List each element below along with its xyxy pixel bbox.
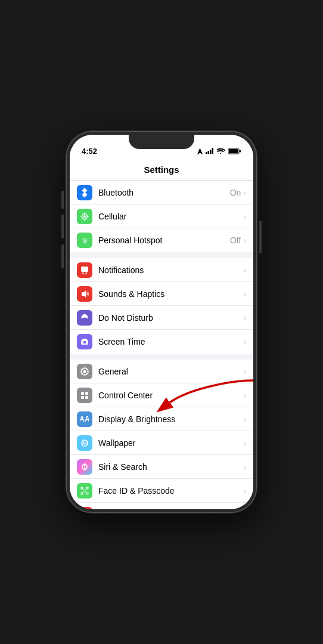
sounds-label: Sounds & Haptics	[98, 289, 243, 299]
controlcenter-chevron: ›	[243, 391, 246, 400]
dnd-chevron: ›	[243, 313, 246, 323]
power-button[interactable]	[259, 221, 262, 253]
sounds-icon-wrap	[77, 286, 92, 302]
settings-row-display[interactable]: AA Display & Brightness ›	[70, 407, 253, 431]
svg-point-8	[83, 215, 86, 218]
screentime-chevron: ›	[243, 337, 246, 346]
siri-label: Siri & Search	[98, 462, 243, 472]
settings-row-screentime[interactable]: Screen Time ›	[70, 330, 253, 354]
settings-row-notifications[interactable]: Notifications ›	[70, 258, 253, 282]
screentime-label: Screen Time	[98, 337, 243, 346]
notch	[129, 135, 194, 149]
sounds-chevron: ›	[243, 289, 246, 299]
display-icon: AA	[80, 415, 89, 423]
battery-status-icon	[228, 148, 241, 154]
notifications-icon	[80, 266, 89, 274]
settings-row-wallpaper[interactable]: Wallpaper ›	[70, 431, 253, 455]
svg-rect-5	[240, 150, 241, 152]
notifications-chevron: ›	[243, 265, 246, 275]
dnd-label: Do Not Disturb	[98, 313, 243, 323]
screentime-icon	[80, 338, 89, 346]
status-time: 4:52	[82, 147, 97, 156]
wallpaper-label: Wallpaper	[98, 438, 243, 448]
faceid-label: Face ID & Passcode	[98, 486, 243, 496]
settings-list[interactable]: Bluetooth On › Cellular ›	[70, 181, 253, 509]
faceid-chevron: ›	[243, 486, 246, 496]
settings-row-bluetooth[interactable]: Bluetooth On ›	[70, 181, 253, 205]
signal-icon	[206, 148, 214, 154]
svg-rect-27	[86, 487, 88, 489]
svg-rect-10	[81, 267, 88, 272]
wallpaper-icon	[80, 439, 89, 447]
hotspot-icon: ⊛	[80, 236, 89, 244]
hotspot-icon-wrap: ⊛	[77, 233, 92, 248]
svg-rect-6	[229, 149, 238, 153]
settings-row-hotspot[interactable]: ⊛ Personal Hotspot Off ›	[70, 228, 253, 252]
hotspot-label: Personal Hotspot	[98, 236, 230, 245]
svg-point-30	[83, 489, 84, 490]
page-title: Settings	[144, 165, 179, 175]
sounds-icon	[80, 290, 89, 298]
controlcenter-icon	[80, 391, 89, 400]
siri-icon	[80, 463, 89, 471]
screentime-icon-wrap	[77, 334, 92, 349]
svg-rect-28	[81, 493, 83, 494]
svg-marker-11	[82, 290, 86, 298]
notifications-icon-wrap	[77, 262, 92, 278]
settings-row-controlcenter[interactable]: Control Center ›	[70, 383, 253, 407]
siri-chevron: ›	[243, 462, 246, 472]
section-alerts: Notifications › Sounds & Haptics ›	[70, 258, 253, 354]
display-label: Display & Brightness	[98, 414, 243, 424]
cellular-chevron: ›	[243, 212, 246, 221]
volume-down-button[interactable]	[61, 244, 64, 268]
bluetooth-icon	[80, 188, 89, 197]
settings-row-general[interactable]: General ›	[70, 360, 253, 383]
wallpaper-icon-wrap	[77, 435, 92, 451]
faceid-icon	[80, 487, 89, 495]
display-icon-wrap: AA	[77, 411, 92, 427]
svg-rect-20	[85, 396, 88, 399]
bluetooth-icon-wrap	[77, 185, 92, 200]
dnd-icon	[80, 314, 89, 322]
siri-icon-wrap	[77, 459, 92, 475]
bluetooth-chevron: ›	[243, 188, 246, 197]
hotspot-value: Off	[230, 236, 241, 245]
settings-row-faceid[interactable]: Face ID & Passcode ›	[70, 479, 253, 503]
display-chevron: ›	[243, 414, 246, 424]
notifications-label: Notifications	[98, 265, 243, 275]
settings-row-sos[interactable]: SOS Emergency SOS ›	[70, 503, 253, 509]
svg-point-16	[83, 370, 86, 373]
bluetooth-value: On	[230, 188, 241, 197]
location-icon	[197, 148, 203, 154]
cellular-icon	[80, 212, 89, 221]
volume-up-button[interactable]	[61, 215, 64, 239]
settings-row-dnd[interactable]: Do Not Disturb ›	[70, 306, 253, 330]
settings-row-sounds[interactable]: Sounds & Haptics ›	[70, 282, 253, 306]
svg-rect-2	[210, 150, 212, 154]
cellular-label: Cellular	[98, 212, 243, 221]
status-bar: 4:52	[70, 135, 253, 161]
controlcenter-icon-wrap	[77, 388, 92, 403]
svg-text:⊛: ⊛	[82, 237, 88, 244]
phone-frame: 4:52	[66, 131, 257, 513]
sos-icon-wrap: SOS	[77, 507, 92, 510]
settings-row-cellular[interactable]: Cellular ›	[70, 205, 253, 228]
general-icon	[80, 367, 89, 376]
svg-rect-14	[83, 341, 86, 343]
svg-rect-17	[81, 392, 84, 395]
controlcenter-label: Control Center	[98, 391, 243, 400]
svg-point-31	[85, 489, 86, 490]
phone-screen: 4:52	[70, 135, 253, 509]
svg-rect-19	[81, 396, 84, 399]
svg-rect-0	[206, 152, 207, 154]
wallpaper-chevron: ›	[243, 438, 246, 448]
svg-rect-3	[212, 148, 214, 154]
status-icons	[197, 148, 241, 154]
svg-rect-26	[81, 487, 83, 489]
section-network: Bluetooth On › Cellular ›	[70, 181, 253, 252]
cellular-icon-wrap	[77, 209, 92, 224]
general-chevron: ›	[243, 367, 246, 376]
section-display: General › Control Center ›	[70, 360, 253, 509]
settings-row-siri[interactable]: Siri & Search ›	[70, 455, 253, 479]
bluetooth-label: Bluetooth	[98, 188, 230, 197]
